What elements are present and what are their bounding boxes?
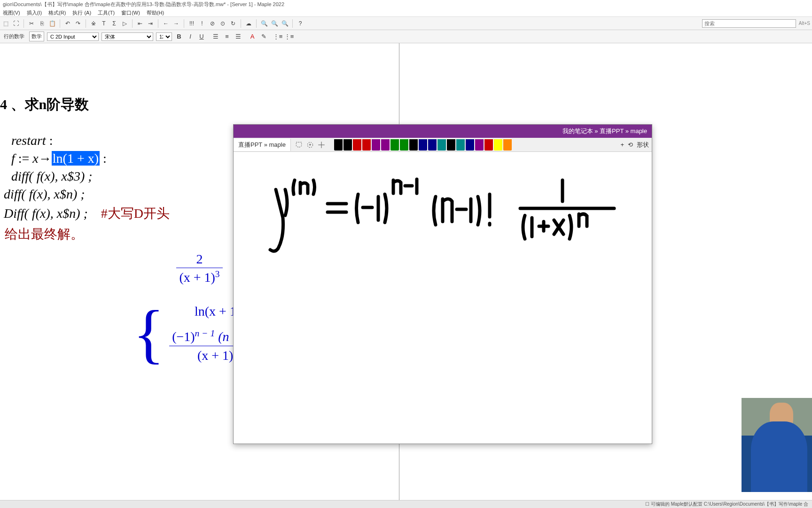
input-mode-select[interactable]: C 2D Input — [47, 32, 99, 41]
add-pen-icon[interactable]: + — [620, 141, 624, 148]
cut-icon[interactable]: ✂ — [28, 20, 35, 27]
indent-left-icon[interactable]: ⇤ — [136, 20, 144, 27]
onenote-canvas[interactable] — [234, 152, 652, 444]
status-bar: ☐ 可编辑的 Maple默认配置 C:\Users\Region\Documen… — [0, 500, 812, 508]
separator — [256, 19, 257, 28]
expand-icon[interactable]: ⛶ — [12, 20, 20, 27]
shapes-label[interactable]: 形状 — [637, 141, 649, 149]
zoom-fit-icon[interactable]: 🔍 — [271, 20, 278, 27]
separator — [184, 19, 184, 28]
bold-button[interactable]: B — [175, 32, 183, 41]
pen-purple-3[interactable] — [475, 139, 484, 151]
search-container: Alt+S — [702, 19, 810, 28]
align-right-icon[interactable]: ☰ — [234, 32, 242, 41]
text-mode-label[interactable]: 行的数学 — [2, 32, 26, 41]
font-size-select[interactable]: 12 — [156, 32, 172, 41]
pen-red-2[interactable] — [362, 139, 371, 151]
separator — [158, 19, 158, 28]
plot-icon[interactable]: ※ — [90, 20, 97, 27]
restart-icon[interactable]: ↻ — [229, 20, 237, 27]
pen-green-2[interactable] — [400, 139, 408, 151]
selected-text: ln(1 + x) — [52, 151, 100, 166]
prompt-icon[interactable]: ▷ — [121, 20, 128, 27]
separator — [292, 19, 293, 28]
pen-blue[interactable] — [419, 139, 427, 151]
crop-icon[interactable]: ⬚ — [2, 20, 9, 27]
align-center-icon[interactable]: ≡ — [223, 32, 231, 41]
pen-blue-2[interactable] — [428, 139, 437, 151]
bullet-list-icon[interactable]: ⋮≡ — [273, 32, 282, 41]
left-brace-icon: { — [133, 307, 164, 360]
pen-red-3[interactable] — [484, 139, 493, 151]
main-toolbar: ⬚ ⛶ ✂ ⎘ 📋 ↶ ↷ ※ T Σ ▷ ⇤ ⇥ ← → !!! ! ⊘ ⊙ … — [0, 17, 812, 30]
menu-window[interactable]: 窗口(W) — [121, 9, 140, 16]
section-heading: 4 、求n阶导数 — [0, 95, 399, 114]
pen-purple-2[interactable] — [381, 139, 390, 151]
font-select[interactable]: 宋体 — [102, 32, 153, 41]
pen-purple[interactable] — [372, 139, 380, 151]
stop-icon[interactable]: ⊘ — [209, 20, 216, 27]
debug-icon[interactable]: ⊙ — [219, 20, 226, 27]
menu-insert[interactable]: 插入(I) — [27, 9, 42, 16]
menu-help[interactable]: 帮助(H) — [147, 9, 164, 16]
highlight-icon[interactable]: ✎ — [259, 32, 268, 41]
pen-black-3[interactable] — [409, 139, 418, 151]
pen-black[interactable] — [334, 139, 343, 151]
italic-button[interactable]: I — [186, 32, 195, 41]
search-input[interactable] — [702, 19, 796, 28]
cloud-icon[interactable]: ☁ — [245, 20, 252, 27]
lasso-icon[interactable] — [295, 141, 303, 149]
help-icon[interactable]: ? — [297, 20, 304, 27]
separator — [60, 19, 60, 28]
math-mode-button[interactable]: 数学 — [29, 32, 44, 41]
font-color-icon[interactable]: A — [248, 32, 257, 41]
execute-icon[interactable]: !!! — [188, 20, 195, 27]
highlighter-orange[interactable] — [503, 139, 512, 151]
add-page-icon[interactable]: + — [306, 141, 314, 149]
menu-tools[interactable]: 工具(T) — [98, 9, 115, 16]
execute-single-icon[interactable]: ! — [198, 20, 206, 27]
status-text: ☐ 可编辑的 Maple默认配置 C:\Users\Region\Documen… — [645, 501, 808, 508]
text-icon[interactable]: T — [100, 20, 108, 27]
pen-cyan[interactable] — [437, 139, 446, 151]
forward-icon[interactable]: → — [172, 20, 180, 27]
format-toolbar: 行的数学 数学 C 2D Input 宋体 12 B I U ☰ ≡ ☰ A ✎… — [0, 30, 812, 43]
pen-cyan-2[interactable] — [456, 139, 465, 151]
workspace: 4 、求n阶导数 restart : f := x→ln(1 + x) : di… — [0, 43, 812, 500]
pen-green[interactable] — [390, 139, 399, 151]
back-icon[interactable]: ← — [162, 20, 170, 27]
ruler-icon[interactable] — [317, 141, 326, 149]
copy-icon[interactable]: ⎘ — [38, 20, 46, 27]
onenote-titlebar[interactable]: 我的笔记本 » 直播PPT » maple — [234, 125, 652, 138]
presenter-video — [742, 398, 812, 492]
svg-text:+: + — [309, 143, 311, 147]
menu-execute[interactable]: 执行 (A) — [72, 9, 91, 16]
onenote-window[interactable]: 我的笔记本 » 直播PPT » maple 直播PPT » maple + — [233, 124, 652, 444]
undo-icon[interactable]: ↶ — [64, 20, 71, 27]
tool-icon[interactable]: ⟲ — [628, 141, 633, 148]
separator — [132, 19, 133, 28]
menu-bar: 视图(V) 插入(I) 格式(R) 执行 (A) 工具(T) 窗口(W) 帮助(… — [0, 8, 812, 17]
presenter-body — [751, 421, 807, 492]
indent-right-icon[interactable]: ⇥ — [147, 20, 154, 27]
pen-blue-3[interactable] — [466, 139, 474, 151]
zoom-out-icon[interactable]: 🔍 — [281, 20, 289, 27]
pen-tray — [334, 139, 512, 151]
onenote-tab[interactable]: 直播PPT » maple — [234, 139, 291, 151]
align-left-icon[interactable]: ☰ — [211, 32, 220, 41]
highlighter-yellow[interactable] — [494, 139, 502, 151]
onenote-toolbar: 直播PPT » maple + — [234, 138, 652, 152]
redo-icon[interactable]: ↷ — [74, 20, 82, 27]
zoom-in-icon[interactable]: 🔍 — [260, 20, 268, 27]
underline-button[interactable]: U — [197, 32, 206, 41]
pen-red[interactable] — [353, 139, 361, 151]
separator — [241, 19, 241, 28]
menu-view[interactable]: 视图(V) — [3, 9, 20, 16]
pen-black-4[interactable] — [447, 139, 455, 151]
menu-format[interactable]: 格式(R) — [48, 9, 66, 16]
number-list-icon[interactable]: ⋮≡ — [285, 32, 293, 41]
pen-black-2[interactable] — [344, 139, 352, 151]
math-icon[interactable]: Σ — [110, 20, 118, 27]
paste-icon[interactable]: 📋 — [48, 20, 56, 27]
onenote-breadcrumb: 我的笔记本 » 直播PPT » maple — [562, 127, 647, 135]
